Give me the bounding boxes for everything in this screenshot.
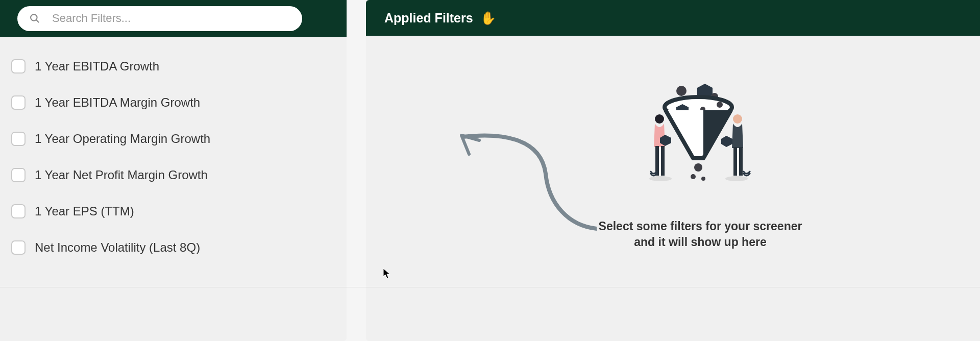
app-root: 1 Year EBITDA Growth 1 Year EBITDA Margi… [0, 0, 980, 341]
filter-panel: 1 Year EBITDA Growth 1 Year EBITDA Margi… [0, 0, 347, 341]
svg-point-15 [655, 114, 664, 124]
svg-rect-20 [733, 147, 737, 176]
divider [0, 287, 980, 287]
filter-item[interactable]: Net Income Volatility (Last 8Q) [11, 229, 347, 265]
svg-marker-22 [721, 136, 732, 147]
filter-label: 1 Year EBITDA Margin Growth [35, 95, 200, 110]
filter-label: 1 Year Operating Margin Growth [35, 132, 210, 146]
svg-point-11 [691, 174, 696, 179]
arrow-illustration [454, 128, 597, 237]
funnel-illustration [646, 82, 751, 184]
filter-checkbox[interactable] [11, 95, 26, 110]
applied-filters-panel: Applied Filters ✋ [366, 0, 980, 341]
filter-checkbox[interactable] [11, 168, 26, 182]
applied-filters-header: Applied Filters ✋ [366, 0, 980, 36]
svg-point-9 [717, 102, 723, 108]
svg-rect-21 [739, 147, 743, 176]
search-container[interactable] [17, 6, 302, 31]
search-icon [30, 13, 40, 23]
filter-label: Net Income Volatility (Last 8Q) [35, 240, 200, 255]
filter-checkbox[interactable] [11, 132, 26, 146]
filter-item[interactable]: 1 Year Net Profit Margin Growth [11, 157, 347, 193]
filter-item[interactable]: 1 Year EPS (TTM) [11, 193, 347, 229]
svg-point-2 [676, 86, 687, 96]
filter-item[interactable]: 1 Year Operating Margin Growth [11, 120, 347, 157]
hand-icon: ✋ [480, 11, 496, 26]
search-input[interactable] [52, 12, 290, 25]
filter-checkbox[interactable] [11, 240, 26, 255]
svg-point-12 [701, 177, 705, 181]
empty-state-text: Select some filters for your screener an… [598, 218, 802, 250]
filter-label: 1 Year EPS (TTM) [35, 204, 134, 218]
filter-checkbox[interactable] [11, 59, 26, 74]
svg-point-10 [694, 163, 702, 172]
svg-point-19 [733, 114, 742, 124]
svg-rect-17 [661, 146, 665, 176]
empty-state-line2: and it will show up here [634, 235, 766, 249]
svg-point-14 [725, 176, 748, 181]
applied-filters-body: Select some filters for your screener an… [366, 36, 980, 341]
svg-line-1 [36, 20, 38, 22]
filter-label: 1 Year Net Profit Margin Growth [35, 168, 208, 182]
filter-checkbox[interactable] [11, 204, 26, 218]
filter-list: 1 Year EBITDA Growth 1 Year EBITDA Margi… [0, 37, 347, 341]
filter-label: 1 Year EBITDA Growth [35, 59, 159, 74]
svg-point-13 [649, 176, 672, 181]
filter-item[interactable]: 1 Year EBITDA Growth [11, 48, 347, 84]
filter-panel-header [0, 0, 347, 37]
filter-item[interactable]: 1 Year EBITDA Margin Growth [11, 84, 347, 120]
empty-state-line1: Select some filters for your screener [599, 220, 802, 233]
applied-filters-title: Applied Filters [384, 11, 473, 26]
